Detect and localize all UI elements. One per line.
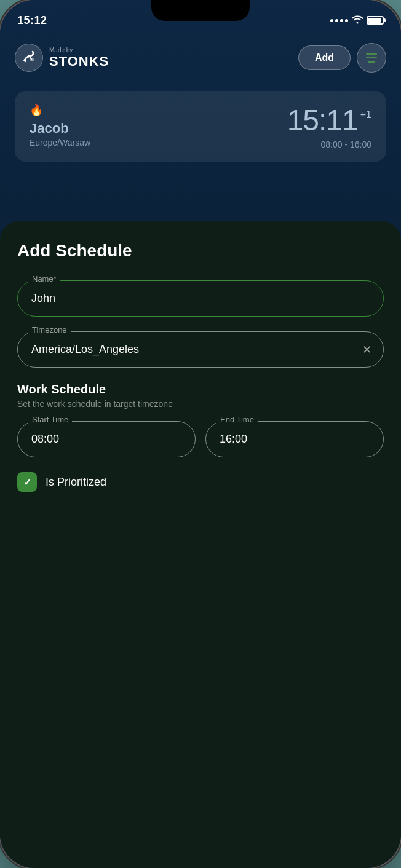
name-field-container: Name*	[17, 280, 384, 317]
schedule-current-time: 15:11	[287, 103, 358, 137]
menu-button[interactable]	[357, 43, 386, 73]
bottom-sheet: Add Schedule Name* Timezone ✕ Work Sched…	[0, 221, 401, 868]
user-name: Jacob	[30, 120, 90, 136]
logo-stonks: STONKS	[49, 53, 109, 69]
logo-area: Made by STONKS	[15, 44, 109, 72]
name-field-label: Name*	[28, 274, 60, 283]
svg-point-0	[30, 58, 34, 61]
header-buttons: Add	[298, 43, 386, 73]
logo-text: Made by STONKS	[49, 47, 109, 69]
menu-line-1	[366, 53, 377, 55]
logo-icon	[15, 44, 43, 72]
end-time-label: End Time	[216, 415, 258, 424]
status-time: 15:12	[17, 14, 47, 27]
notch	[151, 0, 250, 21]
start-time-label: Start Time	[28, 415, 72, 424]
start-time-input[interactable]	[17, 421, 196, 457]
schedule-user-info: 🔥 Jacob Europe/Warsaw	[30, 103, 90, 148]
sheet-title: Add Schedule	[17, 241, 384, 261]
prioritized-checkbox[interactable]: ✓	[17, 472, 37, 492]
work-schedule-section: Work Schedule Set the work schedule in t…	[17, 382, 384, 457]
timezone-input[interactable]	[17, 331, 384, 368]
is-prioritized-row[interactable]: ✓ Is Prioritized	[17, 472, 384, 492]
phone-frame: 15:12	[0, 0, 401, 868]
logo-madeby: Made by	[49, 47, 109, 53]
schedule-card: 🔥 Jacob Europe/Warsaw 15:11 +1 08:00 - 1…	[15, 91, 386, 162]
wifi-icon	[352, 15, 363, 26]
name-input[interactable]	[17, 280, 384, 317]
add-header-button[interactable]: Add	[298, 45, 351, 70]
app-header: Made by STONKS Add	[0, 33, 401, 82]
schedule-work-hours: 08:00 - 16:00	[320, 140, 371, 149]
status-icons	[330, 15, 384, 26]
signal-icon	[330, 19, 348, 22]
menu-line-2	[366, 57, 377, 59]
timezone-clear-button[interactable]: ✕	[362, 343, 371, 357]
schedule-card-header: 🔥 Jacob Europe/Warsaw 15:11 +1 08:00 - 1…	[30, 103, 371, 149]
fire-icon: 🔥	[30, 103, 90, 117]
time-fields: Start Time End Time	[17, 421, 384, 457]
timezone-field-container: Timezone ✕	[17, 331, 384, 368]
menu-line-3	[368, 61, 375, 63]
work-schedule-subtitle: Set the work schedule in target timezone	[17, 399, 384, 409]
check-mark-icon: ✓	[23, 476, 31, 488]
end-time-input[interactable]	[205, 421, 384, 457]
schedule-time-offset: +1	[360, 109, 371, 120]
battery-icon	[367, 16, 384, 25]
timezone-input-wrapper: ✕	[17, 331, 384, 368]
work-schedule-title: Work Schedule	[17, 382, 384, 397]
end-time-field: End Time	[205, 421, 384, 457]
timezone-field-label: Timezone	[28, 325, 71, 334]
schedule-time-area: 15:11 +1 08:00 - 16:00	[287, 103, 371, 149]
prioritized-label: Is Prioritized	[46, 476, 106, 489]
start-time-field: Start Time	[17, 421, 196, 457]
user-timezone: Europe/Warsaw	[30, 138, 90, 148]
